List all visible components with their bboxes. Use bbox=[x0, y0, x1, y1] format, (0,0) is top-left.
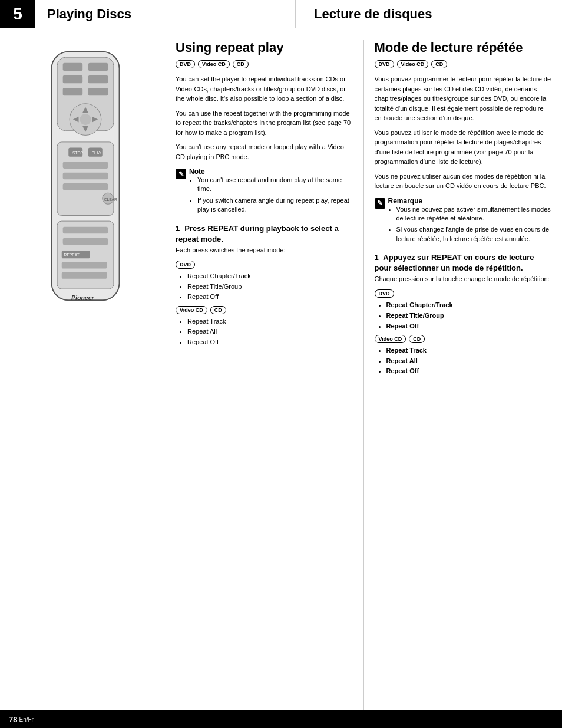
french-badges: DVD Video CD CD bbox=[375, 60, 552, 68]
svg-text:CLEAR: CLEAR bbox=[104, 197, 117, 202]
english-step1: 1 Press REPEAT during playback to select… bbox=[176, 223, 353, 255]
cd-item-1: Repeat Track bbox=[187, 317, 353, 327]
right-panel: Using repeat play DVD Video CD CD You ca… bbox=[171, 28, 562, 710]
fr-dvd-items-list: Repeat Chapter/Track Repeat Title/Group … bbox=[375, 300, 552, 331]
note-icon: ✎ bbox=[176, 169, 186, 179]
english-badges: DVD Video CD CD bbox=[176, 60, 353, 68]
svg-rect-6 bbox=[63, 88, 83, 95]
cd-badge2: CD bbox=[210, 306, 226, 314]
french-step1: 1 Appuyez sur REPEAT en cours de lecture… bbox=[375, 252, 552, 284]
videocd-badge: Video CD bbox=[176, 306, 207, 314]
svg-rect-19 bbox=[63, 162, 108, 169]
english-title: Using repeat play bbox=[176, 40, 353, 55]
fr-dvd-badge: DVD bbox=[375, 289, 394, 298]
page-header: 5 Playing Discs Lecture de disques bbox=[0, 0, 562, 28]
fr-note-label: Remarque bbox=[388, 197, 552, 205]
french-column: Mode de lecture répétée DVD Video CD CD … bbox=[364, 40, 563, 710]
cd-item-2: Repeat All bbox=[187, 327, 353, 337]
svg-rect-25 bbox=[63, 227, 108, 234]
note-label: Note bbox=[189, 167, 353, 176]
svg-text:STOP: STOP bbox=[72, 151, 84, 155]
fr-cd-items-list: Repeat Track Repeat All Repeat Off bbox=[375, 345, 552, 377]
fr-note-item-2: Si vous changez l'angle de prise de vues… bbox=[396, 225, 552, 243]
videocd-cd-badge-row: Video CD CD bbox=[176, 306, 353, 314]
fr-dvd-item-3: Repeat Off bbox=[386, 321, 552, 332]
remote-panel: STOP PLAY CLEAR REPEAT Pioneer bbox=[0, 28, 171, 710]
svg-text:Pioneer: Pioneer bbox=[71, 294, 95, 301]
fr-cd-item-1: Repeat Track bbox=[386, 345, 552, 356]
fr-cd-badge2: CD bbox=[409, 335, 425, 343]
english-intro3: You can't use any repeat mode or looped … bbox=[176, 142, 353, 162]
svg-rect-3 bbox=[88, 63, 108, 71]
svg-rect-4 bbox=[63, 75, 83, 83]
dvd-badge-row: DVD bbox=[176, 261, 353, 269]
header-title-left: Playing Discs bbox=[35, 0, 296, 28]
french-note: ✎ Remarque Vous ne pouvez pas activer si… bbox=[375, 197, 552, 246]
svg-rect-7 bbox=[88, 88, 108, 95]
french-intro3: Vous ne pouvez utiliser aucun des modes … bbox=[375, 172, 552, 191]
step-sub: Each press switches the repeat mode: bbox=[176, 246, 353, 255]
french-intro1: Vous pouvez programmer le lecteur pour r… bbox=[375, 74, 552, 123]
header-title-right: Lecture de disques bbox=[296, 0, 562, 28]
english-column: Using repeat play DVD Video CD CD You ca… bbox=[171, 40, 364, 710]
svg-rect-26 bbox=[63, 238, 108, 245]
fr-step-sub: Chaque pression sur la touche change le … bbox=[375, 275, 552, 284]
fr-note-icon: ✎ bbox=[375, 198, 385, 209]
english-intro1: You can set the player to repeat individ… bbox=[176, 74, 353, 104]
dvd-item-1: Repeat Chapter/Track bbox=[187, 271, 353, 282]
badge-cd: CD bbox=[233, 60, 249, 68]
fr-dvd-badge-row: DVD bbox=[375, 289, 552, 298]
fr-dvd-item-2: Repeat Title/Group bbox=[386, 311, 552, 321]
fr-videocd-badge: Video CD bbox=[375, 335, 406, 343]
english-intro2: You can use the repeat together with the… bbox=[176, 108, 353, 138]
svg-rect-21 bbox=[63, 183, 108, 190]
fr-note-item-1: Vous ne pouvez pas activer simultanément… bbox=[396, 205, 552, 223]
french-title: Mode de lecture répétée bbox=[375, 40, 552, 55]
fr-badge-videocd: Video CD bbox=[397, 60, 429, 68]
fr-videocd-cd-badge-row: Video CD CD bbox=[375, 335, 552, 343]
dvd-item-2: Repeat Title/Group bbox=[187, 282, 353, 292]
footer-page-number: 78 bbox=[9, 715, 17, 724]
fr-badge-dvd: DVD bbox=[375, 60, 394, 68]
note-item-1: You can't use repeat and random play at … bbox=[197, 176, 353, 194]
cd-items-list: Repeat Track Repeat All Repeat Off bbox=[176, 317, 353, 348]
badge-dvd: DVD bbox=[176, 60, 195, 68]
note-item-2: If you switch camera angle during repeat… bbox=[197, 196, 353, 215]
fr-step-text: Appuyez sur REPEAT en cours de lecture p… bbox=[375, 253, 534, 272]
svg-text:REPEAT: REPEAT bbox=[64, 253, 80, 257]
dvd-badge: DVD bbox=[176, 261, 195, 269]
footer-language: En/Fr bbox=[19, 716, 33, 723]
dvd-item-3: Repeat Off bbox=[187, 292, 353, 302]
english-note: ✎ Note You can't use repeat and random p… bbox=[176, 167, 353, 217]
page-footer: 78 En/Fr bbox=[0, 710, 562, 728]
note-content: Note You can't use repeat and random pla… bbox=[189, 167, 353, 217]
fr-cd-item-2: Repeat All bbox=[386, 356, 552, 367]
step-number: 1 bbox=[176, 224, 180, 233]
cd-item-3: Repeat Off bbox=[187, 337, 353, 348]
svg-rect-2 bbox=[63, 63, 83, 71]
fr-step-number: 1 bbox=[375, 253, 379, 262]
svg-rect-30 bbox=[62, 272, 107, 279]
step-text: Press REPEAT during playback to select a… bbox=[176, 224, 339, 243]
svg-point-9 bbox=[80, 114, 91, 125]
fr-dvd-item-1: Repeat Chapter/Track bbox=[386, 300, 552, 311]
dvd-items-list: Repeat Chapter/Track Repeat Title/Group … bbox=[176, 271, 353, 302]
page-number-badge: 5 bbox=[0, 0, 35, 28]
remote-control-image: STOP PLAY CLEAR REPEAT Pioneer bbox=[38, 46, 133, 317]
main-content: STOP PLAY CLEAR REPEAT Pioneer bbox=[0, 28, 562, 710]
svg-rect-5 bbox=[88, 75, 108, 83]
svg-rect-20 bbox=[63, 173, 108, 180]
fr-badge-cd: CD bbox=[431, 60, 447, 68]
svg-text:PLAY: PLAY bbox=[92, 151, 102, 155]
fr-note-content: Remarque Vous ne pouvez pas activer simu… bbox=[388, 197, 552, 246]
french-intro2: Vous pouvez utiliser le mode de répétiti… bbox=[375, 128, 552, 167]
badge-videocd: Video CD bbox=[198, 60, 230, 68]
fr-cd-item-3: Repeat Off bbox=[386, 366, 552, 377]
svg-rect-29 bbox=[62, 262, 107, 269]
